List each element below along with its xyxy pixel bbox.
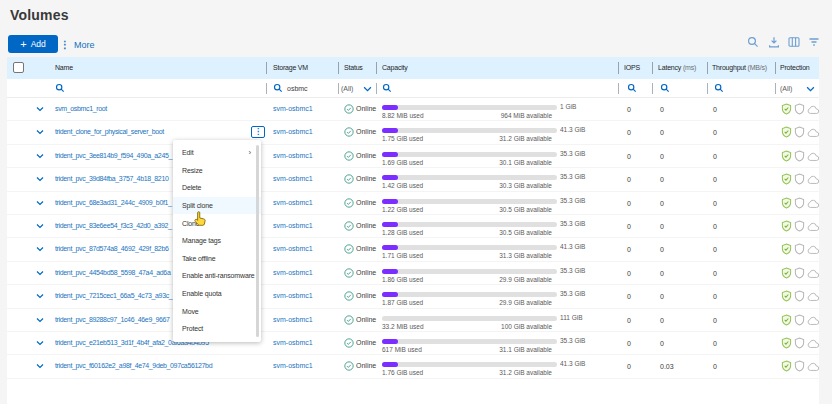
- volume-name-link[interactable]: trident_pvc_3ee814b9_f594_490a_a245_: [55, 152, 172, 159]
- menu-item-resize[interactable]: Resize: [173, 162, 261, 180]
- capacity-total: 35.3 GiB: [560, 150, 585, 157]
- status-online-icon: [344, 338, 354, 348]
- throughput-value: 0: [713, 223, 717, 230]
- status-online-icon: [344, 291, 354, 301]
- storage-vm-link[interactable]: svm-osbmc1: [273, 316, 313, 323]
- chevron-down-icon[interactable]: [36, 223, 44, 229]
- storage-vm-link[interactable]: svm-osbmc1: [273, 269, 313, 276]
- capacity-bar: [382, 292, 557, 297]
- table-row[interactable]: trident_pvc_68e3ad31_244c_4909_b0f1_ svm…: [7, 192, 819, 215]
- menu-item-split-clone[interactable]: Split clone: [173, 197, 261, 215]
- latency-filter-search-icon[interactable]: [660, 83, 670, 93]
- chevron-down-icon[interactable]: [36, 340, 44, 346]
- volume-name-link[interactable]: trident_pvc_87d574a8_4692_429f_82b6: [55, 245, 168, 252]
- status-filter-value[interactable]: (All): [341, 85, 353, 92]
- iops-filter-search-icon[interactable]: [627, 83, 637, 93]
- storage-vm-link[interactable]: svm-osbmc1: [273, 362, 313, 369]
- volume-name-link[interactable]: trident_pvc_f60162e2_a98f_4e74_9deb_097c…: [55, 362, 212, 369]
- table-row[interactable]: trident_pvc_89288c97_1c46_46e9_9667 svm-…: [7, 309, 819, 332]
- table-row[interactable]: trident_clone_for_physical_server_boot s…: [7, 121, 819, 144]
- columns-icon[interactable]: [788, 36, 800, 48]
- chevron-down-icon[interactable]: [36, 363, 44, 369]
- chevron-down-icon[interactable]: [36, 270, 44, 276]
- menu-item-enable-quota[interactable]: Enable quota: [173, 285, 261, 303]
- storage-vm-link[interactable]: svm-osbmc1: [273, 175, 313, 182]
- menu-item-move[interactable]: Move: [173, 302, 261, 320]
- chevron-down-icon[interactable]: [36, 153, 44, 159]
- filter-icon[interactable]: [808, 36, 820, 48]
- capacity-bar-fill: [382, 269, 398, 274]
- table-row[interactable]: trident_pvc_f60162e2_a98f_4e74_9deb_097c…: [7, 355, 819, 378]
- column-separator: [338, 83, 339, 94]
- volume-name-link[interactable]: svm_osbmc1_root: [55, 105, 107, 112]
- capacity-available: 964 MiB available: [382, 112, 552, 119]
- volume-name-link[interactable]: trident_clone_for_physical_server_boot: [55, 128, 164, 135]
- volume-name-link[interactable]: trident_pvc_68e3ad31_244c_4909_b0f1_: [55, 199, 172, 206]
- table-row[interactable]: trident_pvc_39d84fba_3757_4b18_8210 svm-…: [7, 168, 819, 191]
- chevron-down-icon[interactable]: [36, 106, 44, 112]
- table-row[interactable]: svm_osbmc1_root svm-osbmc1 Online 1 GiB …: [7, 98, 819, 121]
- row-actions-kebab-button[interactable]: ⋮: [251, 126, 265, 138]
- table-row[interactable]: trident_pvc_4454bd58_5598_47a4_ad6a svm-…: [7, 262, 819, 285]
- download-icon[interactable]: [768, 36, 780, 48]
- protection-icons: [781, 150, 820, 163]
- col-header-throughput[interactable]: Throughput (MB/s): [712, 64, 767, 71]
- capacity-bar: [382, 152, 557, 157]
- select-all-checkbox[interactable]: [13, 62, 24, 73]
- storage-vm-link[interactable]: svm-osbmc1: [273, 152, 313, 159]
- menu-scrollbar[interactable]: [256, 145, 259, 337]
- storage-vm-link[interactable]: svm-osbmc1: [273, 292, 313, 299]
- col-header-name[interactable]: Name: [55, 64, 73, 71]
- search-icon[interactable]: [747, 36, 759, 48]
- storage-vm-link[interactable]: svm-osbmc1: [273, 222, 313, 229]
- storage-vm-link[interactable]: svm-osbmc1: [273, 199, 313, 206]
- more-button[interactable]: ⋮ More: [60, 37, 95, 52]
- volume-name-link[interactable]: trident_pvc_7215cec1_66a5_4c73_a93c_: [55, 292, 172, 299]
- protection-filter-value[interactable]: (All): [780, 85, 792, 92]
- menu-item-clone[interactable]: Clone: [173, 214, 261, 232]
- col-header-storage-vm[interactable]: Storage VM: [273, 64, 308, 71]
- chevron-down-icon[interactable]: [36, 246, 44, 252]
- storage-vm-link[interactable]: svm-osbmc1: [273, 128, 313, 135]
- protection-filter-chevron-icon[interactable]: [806, 86, 815, 92]
- chevron-down-icon[interactable]: [36, 176, 44, 182]
- volume-name-link[interactable]: trident_pvc_89288c97_1c46_46e9_9667: [55, 316, 170, 323]
- menu-item-edit[interactable]: Edit›: [173, 144, 261, 162]
- name-filter-search-icon[interactable]: [55, 83, 65, 93]
- table-row[interactable]: trident_pvc_3ee814b9_f594_490a_a245_ svm…: [7, 145, 819, 168]
- table-row[interactable]: trident_pvc_7215cec1_66a5_4c73_a93c_ svm…: [7, 285, 819, 308]
- add-button[interactable]: + Add: [8, 35, 58, 53]
- context-menu: Edit›ResizeDeleteSplit cloneCloneManage …: [173, 140, 261, 342]
- menu-item-enable-anti-ransomware[interactable]: Enable anti-ransomware: [173, 267, 261, 285]
- capacity-available: 100 GiB available: [382, 323, 552, 330]
- col-header-iops[interactable]: IOPS: [624, 64, 640, 71]
- col-header-capacity[interactable]: Capacity: [382, 64, 408, 71]
- column-separator: [775, 83, 776, 94]
- table-row[interactable]: trident_pvc_e21eb513_3d1f_4b4f_afa2_0af6…: [7, 332, 819, 355]
- storage-vm-link[interactable]: svm-osbmc1: [273, 339, 313, 346]
- col-header-latency[interactable]: Latency (ms): [658, 64, 696, 71]
- volume-name-link[interactable]: trident_pvc_83e6ee54_f3c3_42d0_a392_: [55, 222, 172, 229]
- storage-vm-link[interactable]: svm-osbmc1: [273, 245, 313, 252]
- volume-name-link[interactable]: trident_pvc_39d84fba_3757_4b18_8210: [55, 175, 168, 182]
- chevron-down-icon[interactable]: [36, 200, 44, 206]
- menu-item-protect[interactable]: Protect: [173, 320, 261, 338]
- chevron-down-icon[interactable]: [36, 129, 44, 135]
- storage-vm-link[interactable]: svm-osbmc1: [273, 105, 313, 112]
- capacity-bar-fill: [382, 152, 398, 157]
- table-row[interactable]: trident_pvc_83e6ee54_f3c3_42d0_a392_ svm…: [7, 215, 819, 238]
- chevron-down-icon[interactable]: [36, 293, 44, 299]
- table-row[interactable]: trident_pvc_87d574a8_4692_429f_82b6 svm-…: [7, 238, 819, 261]
- capacity-filter-search-icon[interactable]: [382, 83, 392, 93]
- col-header-status[interactable]: Status: [344, 64, 363, 71]
- menu-item-take-offline[interactable]: Take offline: [173, 250, 261, 268]
- chevron-down-icon[interactable]: [36, 317, 44, 323]
- svm-filter-search-icon[interactable]: [273, 83, 283, 93]
- col-header-protection[interactable]: Protection: [780, 64, 810, 71]
- throughput-filter-search-icon[interactable]: [714, 83, 724, 93]
- status-filter-chevron-icon[interactable]: [363, 86, 372, 92]
- menu-item-manage-tags[interactable]: Manage tags: [173, 232, 261, 250]
- menu-item-delete[interactable]: Delete: [173, 179, 261, 197]
- volume-name-link[interactable]: trident_pvc_4454bd58_5598_47a4_ad6a: [55, 269, 170, 276]
- svm-filter-value[interactable]: osbmc: [287, 85, 308, 92]
